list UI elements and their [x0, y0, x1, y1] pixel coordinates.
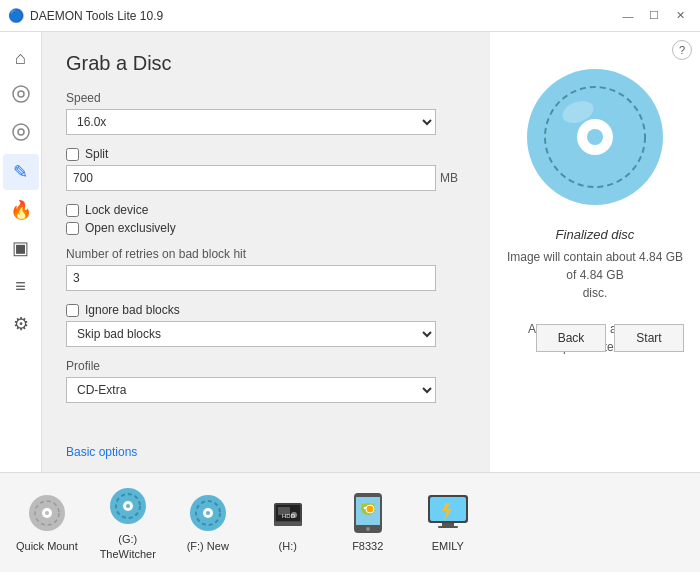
split-unit: MB — [440, 171, 458, 185]
h-drive-icon: HDD — [268, 493, 308, 533]
open-exclusively-checkbox[interactable] — [66, 222, 79, 235]
start-button[interactable]: Start — [614, 324, 684, 352]
taskbar-item-f8332[interactable]: F8332 — [338, 491, 398, 553]
svg-point-1 — [18, 91, 24, 97]
g-drive-icon-wrap — [106, 484, 150, 528]
sidebar-item-disc[interactable] — [3, 78, 39, 114]
sidebar-item-image[interactable]: ▣ — [3, 230, 39, 266]
svg-point-0 — [13, 86, 29, 102]
svg-point-3 — [18, 129, 24, 135]
emily-label: EMILY — [432, 539, 464, 553]
taskbar-item-g-drive[interactable]: (G:)TheWitcher — [98, 484, 158, 561]
lock-device-group: Lock device — [66, 203, 466, 217]
disc-icon — [11, 84, 31, 109]
g-drive-icon — [108, 486, 148, 526]
title-bar-left: 🔵 DAEMON Tools Lite 10.9 — [8, 8, 163, 24]
content-left: Grab a Disc Speed 16.0x 8.0x 4.0x 2.0x 1… — [42, 32, 490, 472]
app-icon: 🔵 — [8, 8, 24, 24]
taskbar-item-quick-mount[interactable]: Quick Mount — [16, 491, 78, 553]
lock-device-label[interactable]: Lock device — [85, 203, 148, 217]
home-icon: ⌂ — [15, 48, 26, 69]
f-drive-icon — [188, 493, 228, 533]
speed-select[interactable]: 16.0x 8.0x 4.0x 2.0x 1.0x — [66, 109, 436, 135]
speed-group: Speed 16.0x 8.0x 4.0x 2.0x 1.0x — [66, 91, 466, 135]
sidebar-item-virtual[interactable] — [3, 116, 39, 152]
phone-icon — [350, 491, 386, 535]
disc-info-line1: Image will contain about 4.84 GB of 4.84… — [507, 250, 683, 282]
disc-visual — [520, 62, 670, 215]
sidebar-item-catalog[interactable]: ≡ — [3, 268, 39, 304]
maximize-button[interactable]: ☐ — [642, 6, 666, 26]
split-input-group: 700 MB — [66, 165, 466, 191]
split-label[interactable]: Split — [85, 147, 108, 161]
f8332-label: F8332 — [352, 539, 383, 553]
minimize-button[interactable]: — — [616, 6, 640, 26]
emily-icon-wrap — [426, 491, 470, 535]
edit-icon: ✎ — [13, 161, 28, 183]
title-bar-controls: — ☐ ✕ — [616, 6, 692, 26]
svg-point-7 — [587, 129, 603, 145]
open-exclusively-group: Open exclusively — [66, 221, 466, 235]
split-checkbox-group: Split — [66, 147, 466, 161]
profile-label: Profile — [66, 359, 466, 373]
open-exclusively-label[interactable]: Open exclusively — [85, 221, 176, 235]
settings-icon: ⚙ — [13, 313, 29, 335]
h-drive-label: (H:) — [279, 539, 297, 553]
f-drive-label: (F:) New — [187, 539, 229, 553]
svg-point-12 — [45, 511, 49, 515]
split-input[interactable]: 700 — [66, 165, 436, 191]
svg-point-20 — [206, 511, 210, 515]
disc-info-line2: disc. — [583, 286, 608, 300]
profile-group: Profile CD-Extra Audio CD Data CD DVD Bl… — [66, 359, 466, 403]
catalog-icon: ≡ — [15, 276, 26, 297]
svg-rect-25 — [274, 522, 302, 526]
g-drive-label: (G:)TheWitcher — [100, 532, 156, 561]
svg-text:HDD: HDD — [282, 513, 296, 519]
app-body: ⌂ ✎ 🔥 ▣ ≡ ⚙ Grab a Dis — [0, 32, 700, 472]
close-button[interactable]: ✕ — [668, 6, 692, 26]
taskbar-item-emily[interactable]: EMILY — [418, 491, 478, 553]
svg-point-16 — [126, 504, 130, 508]
burn-icon: 🔥 — [10, 199, 32, 221]
virtual-icon — [11, 122, 31, 147]
right-panel: ? Finalized disc Image will contain abo — [490, 32, 700, 472]
retries-input[interactable] — [66, 265, 436, 291]
quick-mount-icon — [27, 493, 67, 533]
lock-device-checkbox[interactable] — [66, 204, 79, 217]
svg-point-2 — [13, 124, 29, 140]
split-checkbox[interactable] — [66, 148, 79, 161]
skip-bad-blocks-select[interactable]: Skip bad blocks Replace with zeros Abort — [66, 321, 436, 347]
sidebar-item-burn[interactable]: 🔥 — [3, 192, 39, 228]
main-area: Grab a Disc Speed 16.0x 8.0x 4.0x 2.0x 1… — [42, 32, 700, 472]
ignore-bad-blocks-checkbox[interactable] — [66, 304, 79, 317]
sidebar-item-edit[interactable]: ✎ — [3, 154, 39, 190]
split-group: Split 700 MB — [66, 147, 466, 191]
title-bar: 🔵 DAEMON Tools Lite 10.9 — ☐ ✕ — [0, 0, 700, 32]
back-button[interactable]: Back — [536, 324, 606, 352]
monitor-icon — [426, 493, 470, 533]
lock-group: Lock device Open exclusively — [66, 203, 466, 235]
quick-mount-label: Quick Mount — [16, 539, 78, 553]
disc-label: Finalized disc — [556, 227, 635, 242]
title-bar-title: DAEMON Tools Lite 10.9 — [30, 9, 163, 23]
profile-select[interactable]: CD-Extra Audio CD Data CD DVD Blu-ray — [66, 377, 436, 403]
ignore-bad-blocks-checkbox-group: Ignore bad blocks — [66, 303, 466, 317]
speed-label: Speed — [66, 91, 466, 105]
page-title: Grab a Disc — [66, 52, 466, 75]
sidebar-item-home[interactable]: ⌂ — [3, 40, 39, 76]
svg-rect-39 — [442, 523, 454, 526]
taskbar-item-f-drive[interactable]: (F:) New — [178, 491, 238, 553]
h-drive-icon-wrap: HDD — [266, 491, 310, 535]
ignore-bad-blocks-group: Ignore bad blocks Skip bad blocks Replac… — [66, 303, 466, 347]
basic-options-link[interactable]: Basic options — [66, 445, 137, 459]
sidebar-item-settings[interactable]: ⚙ — [3, 306, 39, 342]
ignore-bad-blocks-label[interactable]: Ignore bad blocks — [85, 303, 180, 317]
taskbar-item-h-drive[interactable]: HDD (H:) — [258, 491, 318, 553]
f-drive-icon-wrap — [186, 491, 230, 535]
retries-group: Number of retries on bad block hit — [66, 247, 466, 291]
svg-point-35 — [366, 505, 374, 513]
svg-point-29 — [366, 527, 370, 531]
taskbar: Quick Mount (G:)TheWitcher (F:) New — [0, 472, 700, 572]
svg-rect-40 — [438, 526, 458, 528]
help-button[interactable]: ? — [672, 40, 692, 60]
